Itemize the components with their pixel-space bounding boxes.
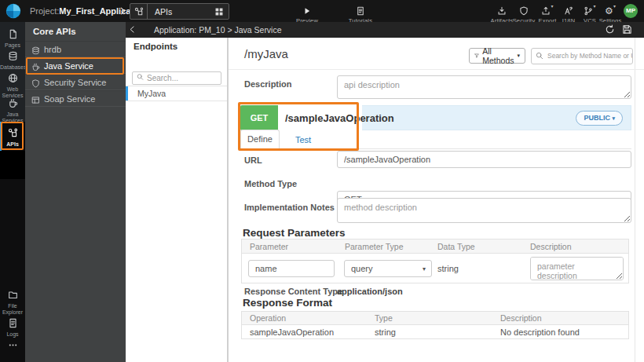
core-apis-item-java-service[interactable]: Java Service: [25, 57, 126, 74]
operation-value: sampleJavaOperation: [250, 325, 334, 339]
table-row: query ▾ string: [242, 254, 628, 283]
chevron-right-icon: [118, 6, 127, 16]
grid-menu-icon[interactable]: [214, 7, 224, 16]
settings-button[interactable]: ⚙▾ Settings: [595, 3, 625, 24]
databases-label: Databases: [0, 64, 25, 71]
implementation-notes-textarea[interactable]: [337, 198, 631, 223]
description-label: Description: [244, 79, 292, 89]
dots-icon: [8, 340, 18, 350]
soap-icon: [31, 96, 40, 104]
save-icon[interactable]: [622, 24, 632, 35]
refresh-icon[interactable]: [605, 24, 615, 35]
operation-tabs: Define Test: [240, 130, 631, 149]
col-operation: Operation: [250, 312, 286, 325]
description-textarea[interactable]: [337, 75, 631, 99]
method-search-input[interactable]: [531, 48, 633, 64]
more-button[interactable]: [0, 338, 25, 352]
response-format-table: Operation Type Description sampleJavaOpe…: [241, 311, 629, 339]
user-avatar[interactable]: MP: [624, 4, 638, 18]
table-row: sampleJavaOperation string No descriptio…: [242, 325, 628, 339]
application-bar: Application: PM_10 > Java Service: [126, 22, 644, 38]
branch-icon: [584, 6, 593, 16]
service-selector-label: APIs: [148, 7, 214, 16]
caret-down-icon: ▾: [613, 4, 616, 9]
endpoint-item-myjava[interactable]: MyJava: [126, 86, 227, 101]
tab-define[interactable]: Define: [240, 130, 280, 149]
request-parameters-title: Request Parameters: [243, 227, 346, 239]
parameter-type-select[interactable]: query ▾: [344, 260, 432, 277]
wavemaker-logo-icon[interactable]: [5, 3, 21, 19]
folder-icon: [8, 290, 18, 300]
database-icon: [31, 46, 40, 55]
core-apis-item-hrdb[interactable]: hrdb: [25, 41, 126, 57]
coffee-icon: [8, 98, 18, 108]
visibility-dropdown[interactable]: PUBLIC ▾: [576, 111, 623, 126]
search-icon: [536, 52, 543, 60]
col-type: Type: [375, 312, 393, 325]
table-header: Parameter Parameter Type Data Type Descr…: [242, 240, 628, 254]
coffee-icon: [31, 63, 40, 71]
java-service-label: Java Service: [44, 61, 93, 71]
myjava-label: MyJava: [137, 89, 166, 98]
parameter-name-input[interactable]: [248, 260, 335, 277]
service-path-title: /myJava: [244, 47, 288, 60]
method-search: [531, 47, 633, 64]
tab-test[interactable]: Test: [289, 130, 317, 149]
core-apis-item-security-service[interactable]: Security Service: [25, 74, 126, 90]
parameter-description-textarea[interactable]: [530, 257, 624, 280]
download-icon: [497, 6, 507, 16]
i18n-button[interactable]: I18N: [557, 3, 580, 24]
logs-label: Logs: [0, 331, 25, 338]
operation-path: /sampleJavaOperation: [285, 106, 394, 130]
core-apis-title: Core APIs: [25, 22, 126, 41]
panel-right-border: [635, 38, 635, 362]
request-parameters-table: Parameter Parameter Type Data Type Descr…: [241, 239, 629, 283]
data-type-value: string: [437, 264, 459, 273]
file-explorer-label: File Explorer: [0, 303, 25, 315]
tutorials-button[interactable]: Tutorials: [342, 3, 379, 24]
method-badge[interactable]: GET: [240, 105, 278, 130]
url-input[interactable]: [337, 151, 631, 168]
upload-icon: [541, 6, 551, 16]
pages-label: Pages: [0, 42, 25, 49]
play-icon: [303, 7, 311, 15]
visibility-label: PUBLIC: [584, 114, 610, 122]
service-selector[interactable]: APIs: [130, 3, 229, 20]
soap-service-label: Soap Service: [44, 94, 95, 104]
endpoints-search-input[interactable]: [132, 71, 221, 85]
endpoints-title: Endpoints: [126, 38, 227, 53]
gear-icon: ⚙: [605, 5, 613, 16]
caret-down-icon: ▾: [612, 115, 615, 121]
url-label: URL: [244, 155, 262, 165]
shield-icon: [519, 6, 529, 16]
document-icon: [356, 6, 365, 16]
sidebar-item-java-services[interactable]: Java Services: [0, 96, 25, 123]
preview-button[interactable]: Preview: [289, 3, 325, 24]
application-breadcrumb: Application: PM_10 > Java Service: [154, 22, 282, 38]
parameter-type-value: query: [351, 264, 373, 273]
sidebar-item-logs[interactable]: Logs: [0, 316, 25, 338]
core-apis-item-soap-service[interactable]: Soap Service: [25, 90, 126, 107]
hrdb-label: hrdb: [44, 45, 61, 54]
core-apis-panel: Core APIs hrdb Java Service Security Ser…: [25, 22, 126, 362]
methods-filter-dropdown[interactable]: All Methods ▾: [469, 48, 525, 64]
sidebar-item-file-explorer[interactable]: File Explorer: [0, 287, 25, 315]
operation-header[interactable]: GET /sampleJavaOperation PUBLIC ▾: [240, 105, 631, 130]
sidebar-item-web-services[interactable]: Web Services: [0, 71, 25, 98]
activity-bar: Pages Databases Web Services Java Servic…: [0, 22, 25, 362]
sidebar-item-pages[interactable]: Pages: [0, 27, 25, 49]
caret-down-icon: ▾: [423, 265, 426, 272]
sidebar-item-apis[interactable]: APIs: [0, 122, 25, 151]
sidebar-item-databases[interactable]: Databases: [0, 49, 25, 71]
type-value: string: [375, 325, 396, 339]
caret-down-icon: ▾: [551, 4, 553, 9]
shield-icon: [31, 79, 40, 88]
page-icon: [8, 29, 18, 39]
col-description: Description: [500, 312, 542, 325]
col-parameter: Parameter: [250, 240, 288, 254]
api-icon: [130, 4, 148, 19]
col-data-type: Data Type: [437, 240, 475, 254]
header-divider: [229, 69, 644, 70]
chevron-left-icon[interactable]: [128, 25, 137, 34]
api-designer-main: /myJava All Methods ▾ Description GET /s…: [228, 38, 644, 362]
